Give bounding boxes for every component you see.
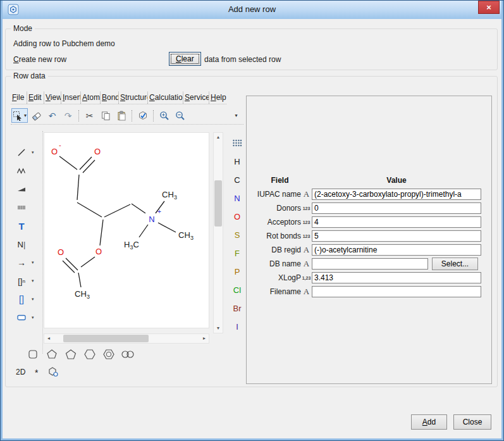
methyl-right: CH3 xyxy=(178,230,194,241)
form-header: Field Value xyxy=(248,176,481,187)
scroll-down-icon[interactable]: ▾ xyxy=(214,324,223,333)
rectangle-tool[interactable]: ▾ xyxy=(13,310,42,325)
menu-atom[interactable]: Atom xyxy=(81,92,101,104)
element-button-c[interactable]: C xyxy=(230,175,245,189)
dimension-2d-button[interactable]: 2D xyxy=(16,368,25,376)
select-tool-button[interactable]: ▾ xyxy=(11,108,28,123)
type-text-icon: A xyxy=(301,287,312,297)
clear-button[interactable]: Clear xyxy=(169,52,201,66)
chain-tool[interactable] xyxy=(13,163,42,178)
atom-label-icon: N| xyxy=(13,240,30,249)
zoom-out-button[interactable] xyxy=(173,108,187,123)
add-button[interactable]: Add xyxy=(411,414,447,430)
xlogp-input[interactable] xyxy=(312,272,481,283)
horizontal-scrollbar-thumb[interactable] xyxy=(63,335,149,342)
element-button-cl[interactable]: Cl xyxy=(230,285,245,299)
element-button-n[interactable]: N xyxy=(230,194,245,208)
create-new-row-option[interactable]: Create new row xyxy=(13,55,66,64)
element-button-s[interactable]: S xyxy=(230,230,245,244)
rot-bonds-input[interactable] xyxy=(312,230,481,242)
redo-button[interactable]: ↷ xyxy=(61,108,75,123)
group-bracket-tool[interactable]: []n ▾ xyxy=(13,273,42,289)
template-benzene[interactable] xyxy=(101,347,117,361)
acceptors-input[interactable] xyxy=(312,216,481,228)
rectangle-icon xyxy=(13,313,30,323)
titlebar[interactable]: Add new row × xyxy=(3,1,501,19)
chevron-down-icon: ▾ xyxy=(32,315,34,320)
text-tool-icon: T xyxy=(13,221,30,232)
chain-icon xyxy=(13,166,30,176)
text-tool[interactable]: T xyxy=(13,218,42,233)
field-row-db-name: DB name A Select... xyxy=(248,257,481,271)
element-button-f[interactable]: F xyxy=(230,249,245,263)
scroll-up-icon[interactable]: ▴ xyxy=(214,133,223,142)
bracket-tool[interactable]: [] ▾ xyxy=(13,292,42,307)
periodic-table-button[interactable] xyxy=(230,139,245,152)
dialog-content: Mode Adding row to Pubchem demo Create n… xyxy=(3,19,501,438)
reaction-arrow-tool[interactable]: → ▾ xyxy=(13,255,42,270)
dialog-window: Add new row × Mode Adding row to Pubchem… xyxy=(0,0,504,441)
select-button[interactable]: Select... xyxy=(432,258,478,270)
close-dialog-button[interactable]: Close xyxy=(453,414,491,430)
paste-icon xyxy=(116,111,126,121)
copy-button[interactable] xyxy=(98,108,113,123)
atom-o-carboxylate: O xyxy=(51,147,58,156)
menu-bond[interactable]: Bond xyxy=(101,92,119,104)
menu-calculations[interactable]: Calculations xyxy=(148,92,183,104)
element-button-h[interactable]: H xyxy=(230,157,245,171)
menu-view[interactable]: View xyxy=(44,92,61,104)
scroll-right-icon[interactable]: ▸ xyxy=(200,334,209,343)
wedge-bond-tool[interactable] xyxy=(13,182,42,197)
canvas-horizontal-scrollbar[interactable]: ◂ ▸ xyxy=(44,333,209,344)
zoom-in-button[interactable] xyxy=(157,108,171,123)
paste-button[interactable] xyxy=(114,108,128,123)
db-name-input[interactable] xyxy=(312,258,428,270)
undo-button[interactable]: ↶ xyxy=(45,108,59,123)
charge-plus: + xyxy=(157,208,161,215)
eraser-icon xyxy=(32,111,42,121)
cut-button[interactable]: ✂ xyxy=(82,108,97,123)
donors-input[interactable] xyxy=(312,202,481,214)
hashed-bond-tool[interactable] xyxy=(13,200,42,215)
scroll-left-icon[interactable]: ◂ xyxy=(44,334,53,343)
chevron-down-icon: ▾ xyxy=(32,260,34,265)
value-column-header: Value xyxy=(312,176,481,187)
template-cyclopentane-round[interactable] xyxy=(25,347,41,361)
atom-o-ester: O xyxy=(95,247,102,256)
check-structure-button[interactable] xyxy=(135,108,150,123)
element-button-o[interactable]: O xyxy=(230,212,245,226)
field-row-filename: Filename A xyxy=(248,285,481,299)
menu-edit[interactable]: Edit xyxy=(27,92,44,104)
menu-insert[interactable]: Insert xyxy=(61,92,81,104)
db-regid-input[interactable] xyxy=(312,244,481,256)
bracket-icon: [] xyxy=(13,294,30,304)
atom-label-tool[interactable]: N| xyxy=(13,237,42,252)
menu-services[interactable]: Services xyxy=(183,92,209,104)
filename-input[interactable] xyxy=(312,286,481,297)
menu-structure[interactable]: Structure xyxy=(119,92,148,104)
eraser-button[interactable] xyxy=(29,108,44,123)
single-bond-tool[interactable]: ▾ xyxy=(13,145,42,160)
chevron-down-icon: ▾ xyxy=(32,297,34,302)
menu-help[interactable]: Help xyxy=(209,92,226,104)
any-atom-button[interactable]: * xyxy=(35,368,38,378)
toolbar-more-button[interactable]: ▾ xyxy=(228,108,243,123)
menu-file[interactable]: File xyxy=(11,92,27,104)
structure-canvas[interactable]: O - O N + CH3 CH3 H3C O O CH3 xyxy=(44,132,209,328)
methyl-top: CH3 xyxy=(162,190,177,201)
field-row-xlogp: XLogP 1,23 xyxy=(248,271,481,285)
template-hexagon[interactable] xyxy=(82,347,98,361)
template-cyclopentane-house[interactable] xyxy=(44,347,60,361)
field-form: Field Value IUPAC name A Donors 123 xyxy=(248,176,481,299)
template-fused-rings[interactable] xyxy=(120,347,136,361)
canvas-vertical-scrollbar[interactable]: ▴ ▾ xyxy=(213,132,223,333)
vertical-scrollbar-thumb[interactable] xyxy=(214,180,222,227)
element-button-p[interactable]: P xyxy=(230,267,245,281)
iupac-name-input[interactable] xyxy=(312,189,481,200)
wedge-bond-icon xyxy=(13,184,30,194)
element-button-i[interactable]: I xyxy=(230,322,245,336)
template-pentagon[interactable] xyxy=(63,347,79,361)
template-library-button[interactable] xyxy=(47,366,59,380)
element-button-br[interactable]: Br xyxy=(230,304,245,318)
close-button[interactable]: × xyxy=(478,1,500,14)
